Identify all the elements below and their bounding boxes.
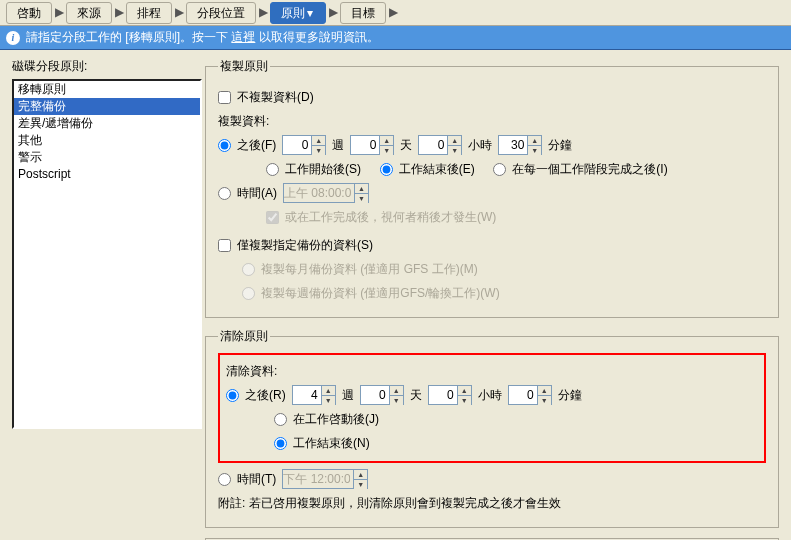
copy-orafter-label: 或在工作完成後，視何者稍後才發生(W) [285,209,496,226]
list-item[interactable]: 完整備份 [14,98,200,115]
copy-policy-legend: 複製原則 [218,58,270,75]
tab-start[interactable]: 啓動 [6,2,52,24]
chevron-right-icon: ▶ [328,5,338,20]
copy-time-label: 時間(A) [237,185,277,202]
purge-time-radio[interactable] [218,473,231,486]
copy-monthly-radio [242,263,255,276]
copy-time-spin: ▲▼ [283,183,369,203]
chevron-right-icon: ▶ [174,5,184,20]
list-item[interactable]: Postscript [14,166,200,183]
copy-mins-spin[interactable]: ▲▼ [498,135,542,155]
copy-jobstart-label: 工作開始後(S) [285,161,361,178]
purge-policy-legend: 清除原則 [218,328,270,345]
copy-monthly-label: 複製每月備份資料 (僅適用 GFS 工作)(M) [261,261,478,278]
copy-policy-group: 複製原則 不複製資料(D) 複製資料: 之後(F) ▲▼ 週 ▲▼ 天 ▲▼ 小… [205,58,779,318]
unit-hour: 小時 [468,137,492,154]
info-text-post: 以取得更多說明資訊。 [259,30,379,44]
purge-jobstart-radio[interactable] [274,413,287,426]
copy-data-label: 複製資料: [218,111,766,131]
copy-eachstage-label: 在每一個工作階段完成之後(I) [512,161,667,178]
no-copy-label: 不複製資料(D) [237,89,314,106]
info-link[interactable]: 這裡 [231,30,255,44]
chevron-right-icon: ▶ [114,5,124,20]
copy-days-spin[interactable]: ▲▼ [350,135,394,155]
copy-orafter-checkbox [266,211,279,224]
purge-highlight-box: 清除資料: 之後(R) ▲▼ 週 ▲▼ 天 ▲▼ 小時 ▲▼ 分鐘 在工作啓動後… [218,353,766,463]
purge-mins-spin[interactable]: ▲▼ [508,385,552,405]
list-item[interactable]: 其他 [14,132,200,149]
copy-jobend-radio[interactable] [380,163,393,176]
purge-jobend-label: 工作結束後(N) [293,435,370,452]
info-text-pre: 請指定分段工作的 [移轉原則]。按一下 [26,30,231,44]
purge-after-radio[interactable] [226,389,239,402]
list-item[interactable]: 差異/遞增備份 [14,115,200,132]
copy-time-radio[interactable] [218,187,231,200]
copy-weekly-label: 複製每週備份資料 (僅適用GFS/輪換工作)(W) [261,285,500,302]
tab-staging[interactable]: 分段位置 [186,2,256,24]
tab-destination[interactable]: 目標 [340,2,386,24]
no-copy-checkbox[interactable] [218,91,231,104]
list-item[interactable]: 移轉原則 [14,81,200,98]
tab-schedule[interactable]: 排程 [126,2,172,24]
copy-hours-spin[interactable]: ▲▼ [418,135,462,155]
chevron-right-icon: ▶ [388,5,398,20]
purge-time-spin: ▲▼ [282,469,368,489]
purge-days-spin[interactable]: ▲▼ [360,385,404,405]
copy-after-radio[interactable] [218,139,231,152]
copy-eachstage-radio[interactable] [493,163,506,176]
spin-up-icon: ▲ [311,136,325,146]
purge-weeks-spin[interactable]: ▲▼ [292,385,336,405]
copy-weeks-spin[interactable]: ▲▼ [282,135,326,155]
unit-week: 週 [332,137,344,154]
info-icon: i [6,31,20,45]
chevron-down-icon: ▾ [305,5,315,21]
purge-jobstart-label: 在工作啓動後(J) [293,411,379,428]
tab-source[interactable]: 來源 [66,2,112,24]
copy-weekly-radio [242,287,255,300]
purge-after-label: 之後(R) [245,387,286,404]
chevron-right-icon: ▶ [54,5,64,20]
copy-jobend-label: 工作結束後(E) [399,161,475,178]
purge-policy-group: 清除原則 清除資料: 之後(R) ▲▼ 週 ▲▼ 天 ▲▼ 小時 ▲▼ 分鐘 [205,328,779,528]
only-specified-label: 僅複製指定備份的資料(S) [237,237,373,254]
policy-listbox[interactable]: 移轉原則 完整備份 差異/遞增備份 其他 警示 Postscript [12,79,202,429]
purge-time-label: 時間(T) [237,471,276,488]
only-specified-checkbox[interactable] [218,239,231,252]
unit-min: 分鐘 [548,137,572,154]
spin-down-icon: ▼ [311,146,325,155]
purge-note: 附註: 若已啓用複製原則，則清除原則會到複製完成之後才會生效 [218,493,766,513]
info-banner: i 請指定分段工作的 [移轉原則]。按一下 這裡 以取得更多說明資訊。 [0,26,791,50]
tab-policy[interactable]: 原則▾ [270,2,326,24]
list-item[interactable]: 警示 [14,149,200,166]
purge-hours-spin[interactable]: ▲▼ [428,385,472,405]
policy-list-label: 磁碟分段原則: [12,58,199,75]
chevron-right-icon: ▶ [258,5,268,20]
copy-after-label: 之後(F) [237,137,276,154]
copy-jobstart-radio[interactable] [266,163,279,176]
purge-jobend-radio[interactable] [274,437,287,450]
breadcrumb-tabs: 啓動▶ 來源▶ 排程▶ 分段位置▶ 原則▾▶ 目標▶ [0,0,791,26]
purge-data-label: 清除資料: [226,361,758,381]
unit-day: 天 [400,137,412,154]
